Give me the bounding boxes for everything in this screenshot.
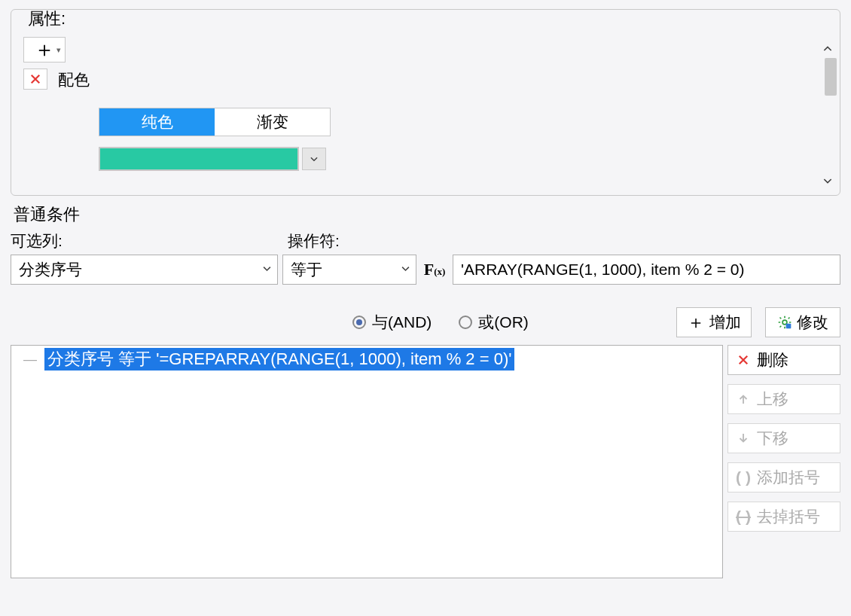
color-mode-tabs: 纯色 渐变 [99, 108, 331, 136]
tree-item[interactable]: — 分类序号 等于 '=GREPARRAY(RANGE(1, 1000), it… [19, 349, 715, 370]
properties-panel: 属性: ＋ ▾ 配色 纯色 渐变 [11, 9, 840, 196]
color-swatch[interactable] [99, 147, 299, 171]
tree-item-text: 分类序号 等于 '=GREPARRAY(RANGE(1, 1000), item… [44, 348, 514, 371]
color-dropdown-button[interactable] [302, 148, 326, 170]
conditions-tree[interactable]: — 分类序号 等于 '=GREPARRAY(RANGE(1, 1000), it… [11, 345, 723, 578]
add-bracket-label: 添加括号 [757, 467, 820, 488]
properties-title: 属性: [23, 9, 70, 30]
move-down-button[interactable]: 下移 [727, 423, 840, 453]
scroll-down-button[interactable] [822, 173, 834, 191]
tree-connector-icon: — [23, 352, 37, 367]
tab-solid-color[interactable]: 纯色 [99, 108, 215, 136]
column-select[interactable]: 分类序号 [11, 255, 278, 285]
operator-select-value: 等于 [291, 259, 322, 280]
radio-and[interactable]: 与(AND) [352, 312, 432, 333]
gear-icon [777, 315, 792, 330]
add-button-label: 增加 [709, 312, 741, 333]
color-picker-row [99, 147, 326, 171]
conditions-panel: 普通条件 可选列: 操作符: 分类序号 等于 F(x) 'ARRAY(RANGE… [11, 203, 840, 578]
formula-value: 'ARRAY(RANGE(1, 1000), item % 2 = 0) [461, 261, 745, 279]
formula-button[interactable]: F(x) [421, 256, 448, 283]
radio-or[interactable]: 或(OR) [459, 312, 529, 333]
remove-bracket-icon: ( ) [736, 508, 751, 526]
columns-label: 可选列: [11, 230, 288, 252]
move-up-button[interactable]: 上移 [727, 384, 840, 414]
remove-bracket-button[interactable]: ( ) 去掉括号 [727, 502, 840, 532]
svg-rect-1 [786, 324, 792, 329]
delete-button[interactable]: 删除 [727, 345, 840, 375]
arrow-up-icon [736, 392, 751, 406]
plus-icon: ＋ [34, 39, 55, 60]
delete-button-label: 删除 [757, 349, 788, 371]
chevron-down-icon [822, 175, 834, 187]
chevron-down-icon [400, 263, 411, 276]
side-buttons: 删除 上移 下移 ( ) 添加括号 ( ) [727, 345, 840, 578]
logic-radios: 与(AND) 或(OR) [352, 312, 529, 333]
operator-label: 操作符: [288, 230, 340, 252]
radio-icon [352, 316, 366, 329]
add-bracket-button[interactable]: ( ) 添加括号 [727, 462, 840, 492]
add-property-button[interactable]: ＋ ▾ [23, 37, 66, 63]
conditions-title: 普通条件 [14, 203, 840, 226]
close-icon [29, 72, 42, 86]
formula-icon: F(x) [424, 260, 446, 279]
chevron-down-icon [261, 263, 273, 276]
bracket-icon: ( ) [736, 468, 751, 486]
config-label: 配色 [58, 69, 90, 90]
remove-bracket-label: 去掉括号 [757, 506, 820, 527]
radio-or-label: 或(OR) [478, 312, 529, 333]
delete-property-button[interactable] [23, 69, 47, 90]
radio-icon [459, 316, 472, 329]
move-up-label: 上移 [757, 389, 788, 410]
label-row: 可选列: 操作符: [11, 230, 840, 252]
arrow-down-icon [736, 432, 751, 445]
operator-select[interactable]: 等于 [282, 255, 416, 285]
close-icon [736, 353, 751, 367]
modify-button-label: 修改 [797, 312, 828, 333]
scrollbar-thumb[interactable] [825, 58, 837, 96]
add-condition-button[interactable]: ＋ 增加 [676, 307, 752, 337]
radio-and-label: 与(AND) [372, 312, 432, 333]
tab-gradient-color[interactable]: 渐变 [215, 108, 330, 136]
column-select-value: 分类序号 [19, 259, 82, 280]
config-row: 配色 纯色 渐变 [19, 69, 832, 163]
chevron-down-icon [309, 154, 319, 164]
chevron-up-icon [822, 43, 834, 55]
conditions-body: — 分类序号 等于 '=GREPARRAY(RANGE(1, 1000), it… [11, 345, 840, 578]
modify-condition-button[interactable]: 修改 [765, 307, 840, 337]
move-down-label: 下移 [757, 428, 788, 449]
scroll-up-button[interactable] [822, 41, 834, 59]
selector-row: 分类序号 等于 F(x) 'ARRAY(RANGE(1, 1000), item… [11, 255, 840, 285]
formula-input[interactable]: 'ARRAY(RANGE(1, 1000), item % 2 = 0) [453, 255, 840, 285]
plus-icon: ＋ [687, 310, 705, 334]
logic-row: 与(AND) 或(OR) ＋ 增加 修改 [11, 307, 840, 337]
caret-down-icon: ▾ [56, 45, 61, 55]
